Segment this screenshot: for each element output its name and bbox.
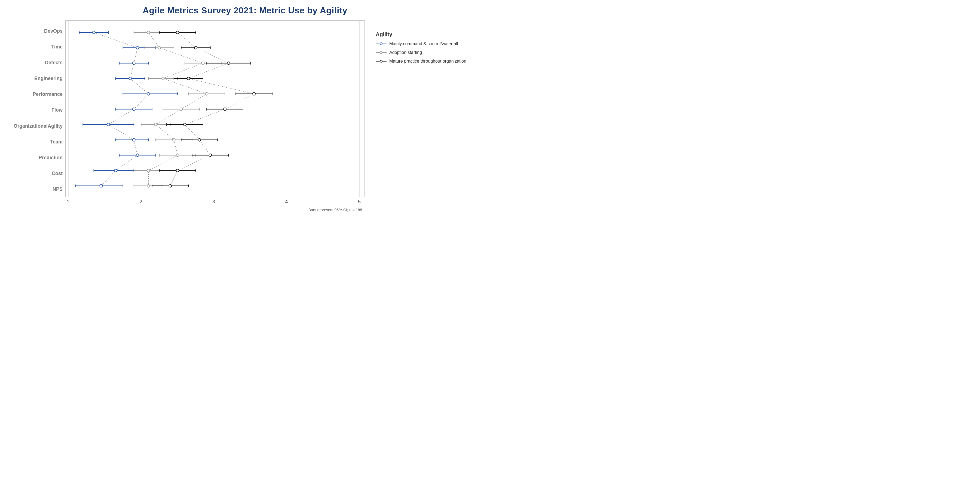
legend-label-mature: Mature practice throughout organization [389, 59, 466, 64]
svg-point-76 [154, 123, 157, 126]
y-label-nps: NPS [5, 182, 63, 197]
svg-point-112 [253, 92, 255, 95]
chart-area: DevOps Time Defects Engineering Performa… [0, 21, 490, 212]
note-text: Bars represent 95%-CI; n = 188 [65, 208, 365, 212]
svg-point-56 [158, 46, 161, 49]
legend-item-adoption: Adoption starting [375, 50, 471, 55]
svg-point-8 [92, 31, 95, 34]
svg-point-36 [132, 138, 135, 141]
svg-point-128 [209, 154, 212, 156]
legend-box: Agility Mainly command & control/waterfa… [375, 31, 471, 67]
svg-point-48 [100, 185, 102, 187]
svg-point-88 [147, 169, 150, 172]
legend-item-command: Mainly command & control/waterfall [375, 41, 471, 46]
y-label-cost: Cost [5, 166, 63, 181]
svg-point-120 [183, 123, 186, 126]
y-label-engineering: Engineering [5, 71, 63, 86]
svg-point-84 [176, 154, 179, 156]
svg-point-12 [136, 46, 139, 49]
legend-line-mature [375, 61, 387, 62]
svg-point-24 [147, 92, 150, 95]
y-label-team: Team [5, 134, 63, 149]
svg-point-92 [147, 185, 150, 187]
svg-point-72 [180, 108, 183, 111]
svg-point-60 [202, 62, 204, 65]
svg-point-16 [132, 62, 135, 65]
svg-point-40 [136, 154, 139, 156]
legend-item-mature: Mature practice throughout organization [375, 59, 471, 64]
y-label-prediction: Prediction [5, 150, 63, 165]
chart-title: Agile Metrics Survey 2021: Metric Use by… [143, 5, 347, 16]
x-axis-labels: 12345 [65, 199, 365, 207]
svg-point-108 [187, 77, 190, 80]
plot-svg [65, 21, 364, 197]
x-label-5: 5 [358, 199, 361, 205]
y-axis-labels: DevOps Time Defects Engineering Performa… [5, 21, 65, 197]
legend-line-command [375, 43, 387, 44]
x-label-4: 4 [285, 199, 288, 205]
plot-container [65, 21, 365, 197]
legend-label-adoption: Adoption starting [389, 50, 422, 55]
svg-point-68 [205, 92, 208, 95]
svg-point-96 [176, 31, 179, 34]
legend-title: Agility [375, 31, 471, 38]
svg-point-32 [107, 123, 110, 126]
svg-point-100 [194, 46, 197, 49]
svg-point-44 [115, 169, 117, 172]
svg-point-80 [173, 138, 175, 141]
svg-point-136 [169, 185, 172, 187]
legend-label-command: Mainly command & control/waterfall [389, 41, 458, 46]
y-label-orgagility: OrganizationalAgility [5, 119, 63, 134]
x-label-3: 3 [212, 199, 215, 205]
svg-point-104 [227, 62, 230, 65]
svg-point-28 [132, 108, 135, 111]
y-label-devops: DevOps [5, 24, 63, 38]
svg-point-64 [162, 77, 164, 80]
svg-point-116 [223, 108, 226, 111]
x-label-1: 1 [67, 199, 69, 205]
svg-point-132 [176, 169, 179, 172]
svg-point-20 [129, 77, 132, 80]
y-label-flow: Flow [5, 103, 63, 118]
y-label-time: Time [5, 40, 63, 54]
y-label-performance: Performance [5, 87, 63, 102]
y-label-defects: Defects [5, 55, 63, 70]
legend-line-adoption [375, 52, 387, 53]
x-label-2: 2 [139, 199, 142, 205]
plot-wrapper: 12345 Bars represent 95%-CI; n = 188 [65, 21, 365, 212]
svg-point-124 [198, 138, 201, 141]
svg-point-52 [147, 31, 150, 34]
